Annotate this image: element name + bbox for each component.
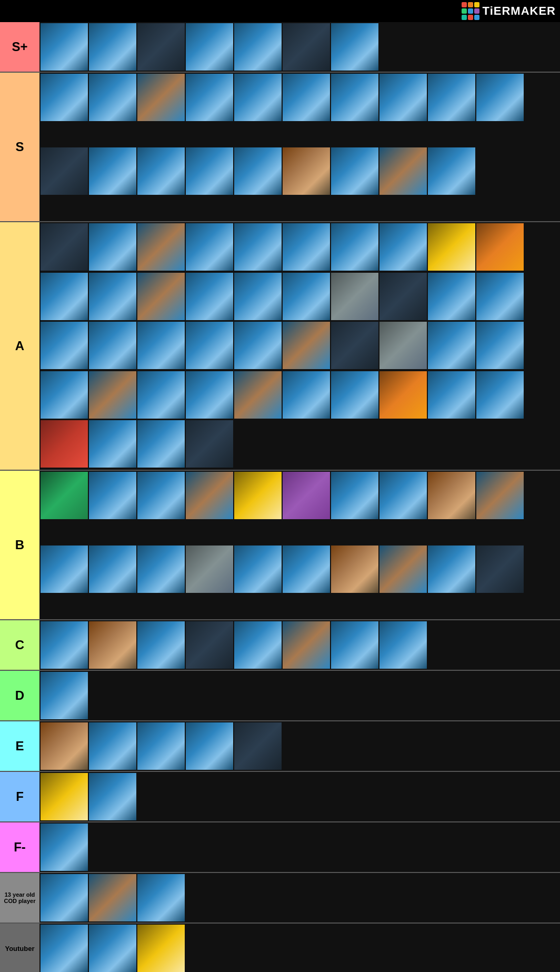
tier-label-sp: S+ — [0, 22, 39, 72]
tier-item-cod-2 — [137, 874, 185, 921]
logo-cell-9 — [474, 15, 479, 20]
tier-item-a-41 — [89, 420, 136, 468]
tier-item-a-4 — [234, 223, 282, 271]
tier-item-a-27 — [379, 322, 427, 369]
tier-item-a-21 — [89, 322, 136, 369]
tier-item-a-2 — [137, 223, 185, 271]
tier-item-a-17 — [379, 273, 427, 320]
tier-content-b — [39, 471, 560, 619]
tier-item-s-18 — [428, 147, 475, 195]
tier-item-a-7 — [379, 223, 427, 271]
tier-item-a-9 — [476, 223, 524, 271]
tier-row-sp: S+ — [0, 22, 560, 73]
tier-label-yt: Youtuber — [0, 924, 39, 972]
tier-item-b-1 — [89, 472, 136, 519]
tier-item-a-1 — [89, 223, 136, 271]
tier-item-a-11 — [89, 273, 136, 320]
tier-item-s-10 — [41, 147, 88, 195]
tier-item-a-38 — [428, 371, 475, 419]
tier-item-b-8 — [428, 472, 475, 519]
tier-row-fm: F- — [0, 822, 560, 873]
tier-item-b-17 — [379, 545, 427, 593]
tier-item-s-15 — [283, 147, 330, 195]
tier-item-s-9 — [476, 74, 524, 121]
tier-item-c-5 — [283, 621, 330, 669]
tier-item-s-16 — [331, 147, 378, 195]
tier-item-yt-1 — [89, 925, 136, 972]
tier-item-c-3 — [186, 621, 233, 669]
tier-item-c-1 — [89, 621, 136, 669]
tier-item-s-1 — [89, 74, 136, 121]
tier-item-a-18 — [428, 273, 475, 320]
tier-item-e-0 — [41, 722, 88, 770]
tier-item-a-42 — [137, 420, 185, 468]
tier-item-b-11 — [89, 545, 136, 593]
tier-content-s — [39, 73, 560, 221]
tier-item-sp-2 — [137, 23, 185, 71]
tier-item-s-4 — [234, 74, 282, 121]
tier-item-c-0 — [41, 621, 88, 669]
tier-item-b-7 — [379, 472, 427, 519]
tier-content-e — [39, 721, 560, 771]
tier-item-b-0 — [41, 472, 88, 519]
tier-item-a-5 — [283, 223, 330, 271]
tier-item-sp-3 — [186, 23, 233, 71]
tier-content-fm — [39, 822, 560, 872]
header: TiERMAKER — [0, 0, 560, 22]
tier-item-a-16 — [331, 273, 378, 320]
tier-item-s-12 — [137, 147, 185, 195]
tier-item-a-0 — [41, 223, 88, 271]
tier-item-b-10 — [41, 545, 88, 593]
tier-row-s: S — [0, 73, 560, 222]
tier-label-a: A — [0, 222, 39, 470]
tier-item-a-15 — [283, 273, 330, 320]
tier-item-sp-5 — [283, 23, 330, 71]
tier-row-yt: Youtuber — [0, 924, 560, 972]
tier-label-s: S — [0, 73, 39, 221]
tier-label-d: D — [0, 671, 39, 720]
tier-item-a-32 — [137, 371, 185, 419]
tier-item-cod-0 — [41, 874, 88, 921]
logo-cell-2 — [468, 2, 473, 7]
tier-content-c — [39, 620, 560, 670]
tier-item-s-8 — [428, 74, 475, 121]
logo-grid — [462, 2, 479, 20]
tier-item-e-2 — [137, 722, 185, 770]
tier-item-a-28 — [428, 322, 475, 369]
tier-item-a-26 — [331, 322, 378, 369]
tier-label-cod: 13 year oldCOD player — [0, 873, 39, 923]
tier-row-a: A — [0, 222, 560, 471]
tier-item-c-6 — [331, 621, 378, 669]
tier-item-a-34 — [234, 371, 282, 419]
tier-item-b-6 — [331, 472, 378, 519]
tier-item-b-15 — [283, 545, 330, 593]
tier-item-b-9 — [476, 472, 524, 519]
tier-label-f: F — [0, 772, 39, 821]
tier-item-sp-1 — [89, 23, 136, 71]
tier-item-e-4 — [234, 722, 282, 770]
tier-item-a-36 — [331, 371, 378, 419]
tier-item-c-7 — [379, 621, 427, 669]
tier-item-a-12 — [137, 273, 185, 320]
tier-item-a-35 — [283, 371, 330, 419]
tier-item-a-19 — [476, 273, 524, 320]
tier-item-a-25 — [283, 322, 330, 369]
tier-item-fm-0 — [41, 824, 88, 871]
tier-item-b-19 — [476, 545, 524, 593]
tier-item-a-13 — [186, 273, 233, 320]
tier-content-cod — [39, 873, 560, 923]
tier-item-a-24 — [234, 322, 282, 369]
tier-rows-container: S+SABCDEFF-13 year oldCOD playerYoutuber — [0, 22, 560, 972]
logo-cell-1 — [462, 2, 467, 7]
logo-text: TiERMAKER — [483, 4, 556, 18]
tier-item-cod-1 — [89, 874, 136, 921]
tier-item-b-2 — [137, 472, 185, 519]
tier-item-a-23 — [186, 322, 233, 369]
logo-cell-3 — [474, 2, 479, 7]
tier-item-a-20 — [41, 322, 88, 369]
tier-item-b-16 — [331, 545, 378, 593]
tier-item-s-6 — [331, 74, 378, 121]
tier-item-e-3 — [186, 722, 233, 770]
tier-row-f: F — [0, 772, 560, 822]
tier-item-a-8 — [428, 223, 475, 271]
